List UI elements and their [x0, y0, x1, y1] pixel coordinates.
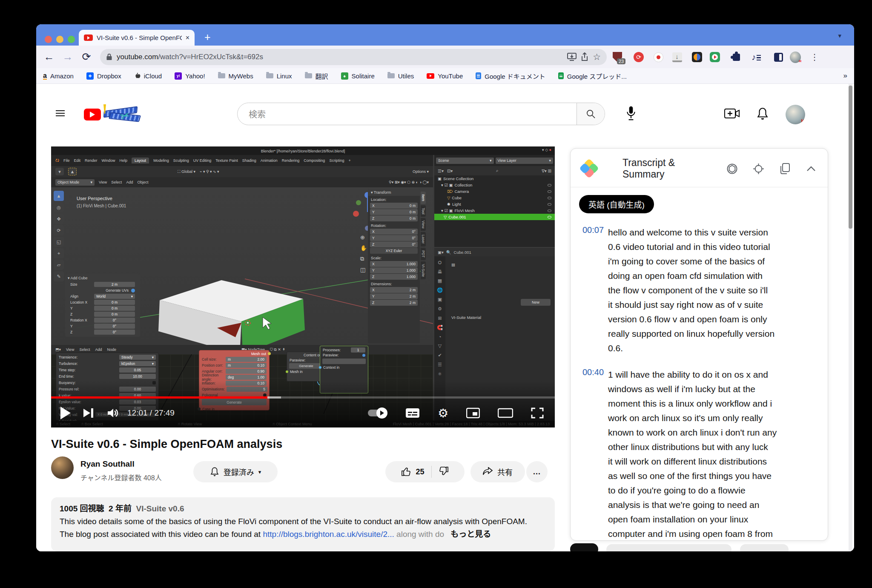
active-tool-button[interactable]: ▲	[68, 168, 77, 175]
bookmark-folder-linux[interactable]: Linux	[266, 72, 292, 80]
blender-menu-help[interactable]: Help	[120, 158, 128, 163]
bookmark-youtube[interactable]: YouTube	[427, 72, 463, 80]
volume-button[interactable]	[107, 407, 120, 419]
description-tag[interactable]: VI-Suite v0.6	[136, 504, 184, 513]
outliner[interactable]: ☰▾⊟▾⌕∇▾ ⊞ ▣Scene Collection ▾ ☑ ▣Collect…	[434, 166, 555, 247]
description-box[interactable]: 1005 回視聴 2 年前 VI-Suite v0.6 This video d…	[51, 497, 555, 551]
notifications-button[interactable]	[757, 107, 769, 122]
minimize-window-button[interactable]	[56, 36, 63, 43]
bookmark-icloud[interactable]: iCloud	[134, 72, 162, 80]
sidebar-extension-icon[interactable]	[773, 52, 784, 63]
viewport-toolbar[interactable]: ▲ ◎ ✥ ⟳ ◱ ⌖ ▱ ✎	[54, 191, 64, 283]
autoplay-toggle[interactable]	[368, 410, 387, 416]
viewport-shading-icons[interactable]: ⚲▾ ⊠▾ ◉▾ ⬡ ⊕ ◐ ◑ ◯▾	[389, 180, 429, 184]
euler-dropdown[interactable]: XYZ Euler	[370, 248, 418, 254]
close-window-button[interactable]	[45, 36, 52, 43]
outliner-cube[interactable]: Cube	[452, 195, 462, 200]
node-menu-node[interactable]: Node	[107, 347, 116, 352]
zoom-window-button[interactable]	[68, 36, 75, 43]
tab-close-icon[interactable]: ×	[186, 34, 189, 42]
search-button[interactable]	[577, 103, 605, 125]
location-y-field[interactable]: Y0 m	[370, 209, 418, 215]
outliner-camera[interactable]: Camera	[454, 189, 469, 194]
bookmark-solitaire[interactable]: ♠Solitaire	[341, 72, 375, 80]
blender-menu-file[interactable]: File	[63, 158, 70, 163]
bookmark-folder-utiles[interactable]: Utiles	[387, 72, 414, 80]
viewport-menu-select[interactable]: Select	[111, 180, 122, 184]
channel-avatar[interactable]	[51, 456, 74, 479]
scale-x-field[interactable]: X1.000	[370, 261, 418, 267]
workspace-tab[interactable]: Sculpting	[173, 158, 189, 163]
editor-type-button[interactable]: ▾	[55, 168, 64, 175]
generate-uvs-toggle[interactable]	[131, 289, 135, 293]
dim-z-field[interactable]: Z2 m	[370, 300, 418, 306]
dislike-button[interactable]	[432, 466, 449, 478]
view-layer-selector[interactable]: View Layer▾	[496, 158, 554, 164]
location-z-field[interactable]: Z0 m	[370, 215, 418, 221]
account-avatar[interactable]: H	[786, 105, 805, 124]
new-tab-button[interactable]: +	[204, 31, 211, 43]
browser-menu-icon[interactable]: ⋮	[809, 52, 820, 63]
bookmarks-overflow-chevron[interactable]: »	[843, 72, 847, 80]
options-dropdown[interactable]: Options ▾	[413, 169, 429, 174]
align-dropdown[interactable]: World▾	[94, 294, 135, 299]
workspace-tab[interactable]: Animation	[261, 158, 278, 163]
blender-menu-window[interactable]: Window	[102, 158, 115, 163]
transform-panel-title[interactable]: ▾ Transform	[368, 189, 420, 196]
install-icon[interactable]	[567, 53, 577, 61]
subscribed-button[interactable]: 登録済み ▾	[193, 461, 278, 482]
browser-tab[interactable]: VI-Suite v0.6 - Simple OpenFO ×	[79, 30, 195, 46]
add-cube-panel[interactable]: ▾ Add Cube Size2 m Generate UVs AlignWor…	[65, 274, 140, 337]
guide-menu-icon[interactable]	[56, 109, 65, 118]
viewport-menu-view[interactable]: View	[99, 180, 107, 184]
bookmark-yahoo[interactable]: y!Yahoo!	[175, 72, 205, 80]
suggestion-chip-fragment[interactable]	[740, 544, 789, 551]
ublock-extension-icon[interactable]: 23	[612, 52, 623, 63]
rotation-x-field[interactable]: X0°	[370, 229, 418, 235]
more-actions-button[interactable]: ...	[526, 461, 548, 482]
viewport-nav-icons[interactable]: ⊕✋⧉◫	[360, 234, 367, 273]
address-bar[interactable]: youtube.com/watch?v=HrEO2xUcTsk&t=692s ☆	[100, 49, 607, 65]
orientation-dropdown[interactable]: ⛶ Global ▾	[178, 169, 195, 174]
search-input[interactable]: 検索	[238, 108, 577, 120]
viewport-menu-add[interactable]: Add	[126, 180, 133, 184]
node-header-icons[interactable]: ⛉ ⧉ ✕ 🖈	[270, 347, 286, 352]
location-x-field[interactable]: X0 m	[370, 203, 418, 209]
scale-z-field[interactable]: Z1.000	[370, 274, 418, 280]
create-button[interactable]	[724, 108, 740, 121]
dim-x-field[interactable]: X2 m	[370, 287, 418, 293]
node-menu-add[interactable]: Add	[95, 347, 102, 352]
adblock-extension-icon[interactable]: ⟳	[633, 52, 644, 63]
youtube-logo[interactable]: ✂	[84, 106, 144, 123]
search-box[interactable]: 検索	[237, 103, 605, 125]
scene-selector[interactable]: Scene▾	[436, 158, 494, 164]
mesh-generate-button[interactable]: Generate	[289, 363, 323, 369]
subtitles-button[interactable]	[405, 407, 420, 419]
sidebar-tabs[interactable]: Item Tool View Laser PDT VI-Suite	[421, 192, 426, 281]
blender-menu-render[interactable]: Render	[85, 158, 98, 163]
outliner-collection[interactable]: Collection	[455, 183, 473, 187]
show-more-button[interactable]: もっと見る	[450, 530, 491, 539]
video-player[interactable]: Blender* [/home/ryan/Store/Blender28/flo…	[51, 146, 555, 427]
back-button[interactable]: ←	[40, 51, 58, 63]
transcript-timestamp[interactable]: 00:07	[571, 225, 608, 356]
like-button[interactable]: 25	[401, 467, 431, 477]
bookmark-folder-translate[interactable]: 翻訳	[305, 72, 328, 80]
workspace-tab[interactable]: Compositing	[304, 158, 325, 163]
dim-y-field[interactable]: Y2 m	[370, 293, 418, 299]
node-menu-view[interactable]: View	[66, 347, 74, 352]
page-scrollbar-thumb[interactable]	[849, 86, 852, 229]
viewport-menu-object[interactable]: Object	[137, 180, 148, 184]
node-menu-select[interactable]: Select	[79, 347, 90, 352]
workspace-tab[interactable]: Modeling	[153, 158, 169, 163]
blender-menu-edit[interactable]: Edit	[74, 158, 81, 163]
transcript-entry[interactable]: 00:40 1 will have the ability to do it o…	[571, 367, 828, 541]
transcript-timestamp[interactable]: 00:40	[571, 367, 608, 541]
summary-chip-fragment[interactable]	[570, 543, 598, 551]
snap-icons[interactable]: ⌁ ▾ ⚲ ▾ ∿ ▾	[200, 169, 219, 174]
rotation-z-field[interactable]: Z0°	[370, 241, 418, 247]
miniplayer-button[interactable]	[466, 407, 480, 419]
copy-icon[interactable]	[778, 162, 791, 175]
fullscreen-button[interactable]	[531, 407, 544, 419]
language-chip[interactable]: 英語 (自動生成)	[579, 195, 654, 213]
